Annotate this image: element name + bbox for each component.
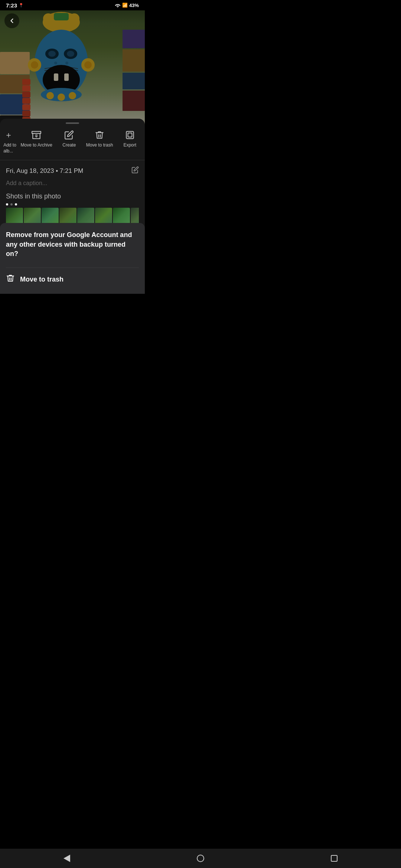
shot-thumb-8[interactable] bbox=[131, 208, 139, 225]
archive-label: Move to Archive bbox=[21, 142, 52, 148]
dot-3 bbox=[15, 203, 17, 206]
time-display: 7:23 bbox=[6, 2, 17, 9]
shots-section: Shots in this photo bbox=[0, 193, 145, 228]
date-text: Fri, Aug 18, 2023 • 7:21 PM bbox=[6, 167, 83, 175]
shots-strip bbox=[6, 208, 139, 225]
signal-icon: 📶 bbox=[122, 3, 128, 8]
confirm-dialog: Remove from your Google Account and any … bbox=[0, 223, 145, 294]
create-action[interactable]: Create bbox=[56, 130, 82, 148]
confirm-message: Remove from your Google Account and any … bbox=[6, 230, 139, 259]
create-icon bbox=[64, 130, 74, 140]
location-icon: 📍 bbox=[19, 3, 24, 8]
battery-display: 43% bbox=[129, 3, 139, 8]
status-icons: 📶 43% bbox=[115, 3, 139, 8]
dot-1 bbox=[6, 203, 8, 206]
add-to-album-action[interactable]: ＋ Add to alb... bbox=[2, 130, 17, 154]
back-button[interactable] bbox=[4, 13, 19, 28]
add-to-album-label: Add to alb... bbox=[3, 142, 16, 154]
shot-thumb-6[interactable] bbox=[95, 208, 112, 225]
move-to-archive-action[interactable]: Move to Archive bbox=[21, 130, 52, 148]
confirm-trash-label: Move to trash bbox=[20, 276, 63, 283]
shots-title: Shots in this photo bbox=[6, 193, 139, 200]
action-toolbar: ＋ Add to alb... Move to Archive bbox=[0, 124, 145, 160]
shot-thumb-4[interactable] bbox=[59, 208, 76, 225]
confirm-trash-icon bbox=[6, 274, 15, 285]
shot-thumb-5[interactable] bbox=[77, 208, 94, 225]
shot-thumb-7[interactable] bbox=[113, 208, 130, 225]
caption-input[interactable]: Add a caption... bbox=[0, 178, 145, 193]
trash-icon bbox=[94, 130, 105, 140]
shots-dots bbox=[6, 203, 139, 206]
date-section: Fri, Aug 18, 2023 • 7:21 PM bbox=[0, 160, 145, 178]
svg-rect-30 bbox=[32, 131, 41, 133]
shot-thumb-1[interactable] bbox=[6, 208, 23, 225]
export-icon bbox=[125, 130, 135, 140]
edit-date-icon[interactable] bbox=[131, 166, 139, 175]
export-label: Export bbox=[123, 142, 136, 148]
status-time: 7:23 📍 bbox=[6, 2, 24, 9]
svg-rect-32 bbox=[126, 131, 134, 139]
move-to-trash-confirm-button[interactable]: Move to trash bbox=[6, 267, 139, 294]
add-icon: ＋ bbox=[3, 130, 14, 140]
create-label: Create bbox=[62, 142, 76, 148]
shot-thumb-3[interactable] bbox=[42, 208, 59, 225]
svg-point-29 bbox=[117, 7, 118, 7]
trash-label: Move to trash bbox=[86, 142, 113, 148]
archive-icon bbox=[31, 130, 42, 140]
svg-rect-33 bbox=[128, 133, 132, 137]
shot-thumb-2[interactable] bbox=[24, 208, 41, 225]
dot-2 bbox=[10, 203, 13, 206]
wifi-icon bbox=[115, 3, 121, 7]
status-bar: 7:23 📍 📶 43% bbox=[0, 0, 145, 10]
move-to-trash-action[interactable]: Move to trash bbox=[86, 130, 113, 148]
export-action[interactable]: Export bbox=[117, 130, 143, 148]
